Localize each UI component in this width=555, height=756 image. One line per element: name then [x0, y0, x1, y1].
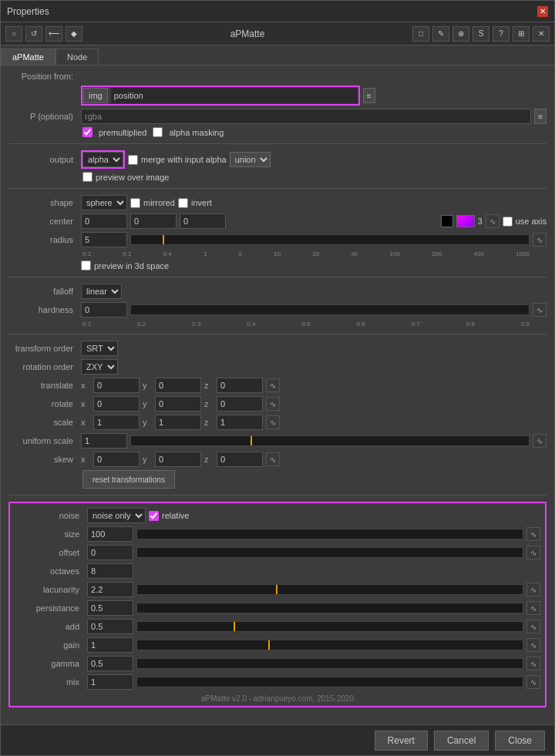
- persistance-input[interactable]: [87, 600, 133, 616]
- radius-slider[interactable]: [130, 234, 530, 245]
- merge-alpha-checkbox[interactable]: [128, 155, 138, 165]
- tab-node[interactable]: Node: [56, 49, 99, 65]
- sep2: [8, 188, 547, 189]
- rotate-x-label: x: [81, 399, 90, 408]
- close-button[interactable]: Close: [495, 731, 545, 751]
- skew-wave-btn[interactable]: ∿: [266, 452, 280, 466]
- rotate-wave-btn[interactable]: ∿: [266, 397, 280, 411]
- gain-slider[interactable]: [136, 640, 523, 650]
- preview-checkbox[interactable]: [82, 172, 92, 182]
- toolbar-close-btn[interactable]: ✕: [533, 26, 550, 42]
- uniform-scale-slider[interactable]: [130, 435, 530, 446]
- scale-x-input[interactable]: [93, 415, 140, 430]
- radius-input[interactable]: [81, 232, 127, 247]
- skew-y-input[interactable]: [155, 452, 201, 467]
- mirrored-checkbox[interactable]: [130, 198, 140, 208]
- hardness-wave-btn[interactable]: ∿: [533, 303, 547, 317]
- add-slider[interactable]: [136, 621, 523, 632]
- rotate-z-input[interactable]: [217, 396, 263, 412]
- color-swatch-purple[interactable]: [456, 215, 475, 227]
- toolbar-reset-btn[interactable]: ↺: [25, 26, 42, 42]
- union-select[interactable]: union: [230, 152, 271, 167]
- toolbar-grid-btn[interactable]: ⊞: [513, 26, 530, 42]
- reset-transformations-btn[interactable]: reset transformations: [82, 470, 175, 489]
- shape-select[interactable]: sphere: [81, 195, 127, 210]
- toolbar-edit-btn[interactable]: ✎: [432, 26, 449, 42]
- rotate-y-input[interactable]: [155, 396, 201, 412]
- noise-select[interactable]: noise only: [87, 508, 146, 523]
- relative-checkbox[interactable]: [149, 511, 159, 521]
- toolbar-square-btn[interactable]: □: [412, 26, 429, 42]
- translate-y-input[interactable]: [155, 378, 201, 393]
- gain-wave-btn[interactable]: ∿: [526, 638, 540, 652]
- scale-z-input[interactable]: [217, 415, 263, 430]
- premultiplied-checkbox[interactable]: [82, 127, 92, 137]
- color-swatch-black[interactable]: [441, 215, 453, 227]
- persistance-slider[interactable]: [136, 603, 523, 613]
- mix-slider[interactable]: [136, 677, 523, 687]
- center-z-input[interactable]: [180, 213, 226, 229]
- toolbar-diamond-btn[interactable]: ◆: [66, 26, 82, 42]
- uniform-scale-wave-btn[interactable]: ∿: [533, 434, 547, 448]
- skew-x-input[interactable]: [93, 452, 140, 467]
- mix-wave-btn[interactable]: ∿: [526, 675, 540, 689]
- toolbar-back-btn[interactable]: ⟵: [45, 26, 62, 42]
- skew-z-input[interactable]: [217, 452, 263, 467]
- size-wave-btn[interactable]: ∿: [526, 527, 540, 541]
- lacunarity-wave-btn[interactable]: ∿: [526, 583, 540, 596]
- toolbar-s-btn[interactable]: S: [473, 26, 489, 42]
- img-input[interactable]: [111, 88, 358, 103]
- p-menu-btn[interactable]: ≡: [534, 109, 547, 124]
- add-input[interactable]: [87, 619, 133, 634]
- hardness-input[interactable]: [81, 302, 127, 318]
- mix-input[interactable]: [87, 674, 133, 690]
- toolbar-help-btn[interactable]: ?: [493, 26, 510, 42]
- alpha-masking-checkbox[interactable]: [153, 127, 163, 137]
- offset-label: offset: [15, 548, 84, 557]
- offset-slider[interactable]: [136, 547, 523, 558]
- persistance-wave-btn[interactable]: ∿: [526, 601, 540, 615]
- octaves-input[interactable]: [87, 563, 133, 579]
- offset-input[interactable]: [87, 545, 133, 560]
- gain-input[interactable]: [87, 637, 133, 653]
- tab-bar: aPMatte Node: [1, 45, 554, 66]
- center-wave-btn[interactable]: ∿: [486, 214, 500, 228]
- scale-wave-btn[interactable]: ∿: [266, 415, 280, 429]
- add-wave-btn[interactable]: ∿: [526, 620, 540, 633]
- gamma-slider[interactable]: [136, 658, 523, 669]
- close-window-button[interactable]: ✕: [537, 6, 548, 17]
- revert-button[interactable]: Revert: [375, 731, 428, 751]
- translate-z-input[interactable]: [217, 378, 263, 393]
- translate-wave-btn[interactable]: ∿: [266, 378, 280, 392]
- size-input[interactable]: [87, 526, 133, 542]
- rotation-order-select[interactable]: ZXY: [81, 359, 118, 375]
- output-select[interactable]: alpha: [82, 152, 123, 167]
- offset-wave-btn[interactable]: ∿: [526, 546, 540, 559]
- size-slider[interactable]: [136, 529, 523, 539]
- toolbar-circle-btn[interactable]: ○: [5, 26, 22, 42]
- falloff-select[interactable]: linear: [81, 284, 122, 299]
- radius-wave-btn[interactable]: ∿: [533, 233, 547, 247]
- p-optional-input[interactable]: [81, 109, 531, 124]
- rotate-x-input[interactable]: [93, 396, 140, 412]
- premultiplied-row: premultiplied alpha masking: [82, 127, 547, 137]
- center-y-input[interactable]: [130, 213, 177, 229]
- img-menu-btn[interactable]: ≡: [363, 88, 375, 103]
- preview3d-checkbox[interactable]: [81, 260, 91, 270]
- center-x-input[interactable]: [81, 213, 127, 229]
- uniform-scale-input[interactable]: [81, 433, 127, 449]
- lacunarity-input[interactable]: [87, 582, 133, 597]
- toolbar-link-btn[interactable]: ⊕: [452, 26, 469, 42]
- use-axis-checkbox[interactable]: [503, 217, 513, 227]
- translate-x-input[interactable]: [93, 378, 140, 393]
- lacunarity-slider[interactable]: [136, 584, 523, 595]
- tab-apmatte[interactable]: aPMatte: [1, 49, 56, 65]
- scale-y-input[interactable]: [155, 415, 201, 430]
- invert-checkbox[interactable]: [178, 198, 188, 208]
- cancel-button[interactable]: Cancel: [434, 731, 489, 751]
- gamma-wave-btn[interactable]: ∿: [526, 657, 540, 670]
- transform-order-select[interactable]: SRT: [81, 341, 118, 356]
- gamma-input[interactable]: [87, 656, 133, 671]
- skew-x-label: x: [81, 455, 90, 464]
- hardness-slider[interactable]: [130, 304, 530, 315]
